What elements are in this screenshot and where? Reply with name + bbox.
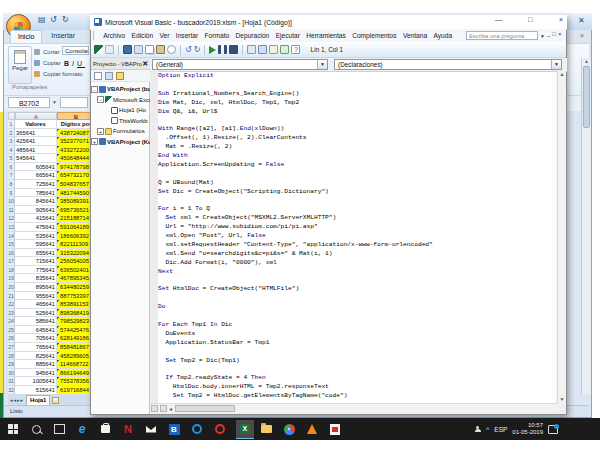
cell-valores[interactable]: 365641: [15, 129, 57, 138]
menu-ventana[interactable]: Ventana: [400, 32, 431, 39]
taskbar-mail-icon[interactable]: [144, 422, 158, 436]
row-number[interactable]: 7: [8, 171, 15, 180]
row-number[interactable]: 18: [8, 266, 15, 275]
taskbar-red-circle-app-icon[interactable]: [213, 422, 227, 436]
row-number[interactable]: 30: [8, 369, 15, 378]
clock[interactable]: 10:57 01-05-2019: [512, 422, 543, 436]
people-icon[interactable]: [474, 426, 481, 433]
cell-valores[interactable]: 835641: [15, 274, 57, 283]
break-icon[interactable]: [218, 45, 227, 54]
cell-valores[interactable]: 655641: [15, 249, 57, 258]
split-handle[interactable]: [160, 405, 167, 412]
project-explorer-close-icon[interactable]: ✕: [142, 60, 148, 68]
cell-valores[interactable]: 845641: [15, 197, 57, 206]
redo-icon[interactable]: ↻: [194, 45, 201, 54]
mdi-child-controls[interactable]: _□×: [547, 31, 563, 37]
row-number[interactable]: 2: [8, 129, 15, 138]
scroll-up-icon[interactable]: ▲: [582, 58, 591, 64]
row-number[interactable]: 9: [8, 189, 15, 198]
row-number[interactable]: 27: [8, 343, 15, 352]
row-number[interactable]: 20: [8, 283, 15, 292]
cell-valores[interactable]: 645641: [15, 326, 57, 335]
close-icon[interactable]: ×: [559, 16, 563, 23]
menu-complementos[interactable]: Complementos: [349, 32, 400, 39]
formula-bar[interactable]: [60, 97, 88, 108]
properties-window-icon[interactable]: [269, 45, 278, 54]
row-number[interactable]: 22: [8, 300, 15, 309]
cell-valores[interactable]: 545641: [15, 154, 57, 163]
menu-edicion[interactable]: Edición: [128, 32, 156, 39]
split-handle[interactable]: [151, 405, 158, 412]
save-icon[interactable]: [123, 45, 132, 54]
row-number[interactable]: 23: [8, 309, 15, 318]
view-object-icon[interactable]: [105, 72, 113, 80]
taskbar-excel-icon[interactable]: [236, 420, 254, 439]
cell-valores[interactable]: 955641: [15, 292, 57, 301]
notification-center-icon[interactable]: [548, 425, 558, 434]
object-combo[interactable]: (General) ▼: [152, 59, 328, 70]
row-number[interactable]: 16: [8, 249, 15, 258]
column-header-a[interactable]: A: [15, 112, 57, 120]
sheet-nav-icons[interactable]: ◂◂▸▸: [8, 397, 26, 403]
find-icon[interactable]: [167, 45, 176, 54]
expand-icon[interactable]: +: [91, 138, 98, 145]
taskbar-start-icon[interactable]: [6, 422, 20, 436]
cell-valores[interactable]: 465641: [15, 300, 57, 309]
taskbar-search-icon[interactable]: [29, 422, 43, 436]
tree-item-hoja1-ho[interactable]: Hoja1 (Ho: [91, 105, 150, 116]
project-explorer-icon[interactable]: [258, 45, 267, 54]
redo-icon[interactable]: ↻: [62, 15, 69, 24]
taskbar-chrome-icon[interactable]: [282, 422, 296, 436]
cut-button[interactable]: Cortar: [34, 47, 60, 57]
tree-item-vbaproject-bu[interactable]: -VBAProject (bu: [91, 84, 150, 95]
undo-icon[interactable]: ↺: [185, 45, 192, 54]
row-number[interactable]: 10: [8, 197, 15, 206]
row-number[interactable]: 26: [8, 334, 15, 343]
scroll-left-icon[interactable]: ◄: [168, 406, 173, 412]
row-number[interactable]: 11: [8, 206, 15, 215]
taskbar-task-view-icon[interactable]: [52, 422, 66, 436]
row-number[interactable]: 19: [8, 274, 15, 283]
procedure-combo[interactable]: (Declaraciones) ▼: [334, 59, 562, 70]
cell-valores[interactable]: 765641: [15, 343, 57, 352]
taskbar-b-app-icon[interactable]: B: [167, 422, 181, 436]
cell-valores[interactable]: 525641: [15, 309, 57, 318]
cell-valores[interactable]: 895641: [15, 283, 57, 292]
sheet-tab-hoja1[interactable]: Hoja1: [26, 395, 50, 405]
cut-icon[interactable]: [134, 45, 143, 54]
ribbon-tab-inicio[interactable]: Inicio: [10, 30, 42, 43]
tree-item-formularios[interactable]: +Formularios: [91, 126, 150, 137]
toggle-folders-icon[interactable]: [116, 72, 124, 80]
menu-ver[interactable]: Ver: [156, 32, 172, 39]
chevron-down-icon[interactable]: ▼: [317, 60, 327, 69]
scroll-thumb[interactable]: [583, 66, 590, 128]
cell-valores[interactable]: 885641: [15, 360, 57, 369]
menu-herramientas[interactable]: Herramientas: [303, 32, 349, 39]
tree-item-thisworkb[interactable]: ThisWorkb: [91, 116, 150, 127]
row-number[interactable]: 13: [8, 223, 15, 232]
collapse-icon[interactable]: -: [97, 96, 104, 103]
row-number[interactable]: 28: [8, 352, 15, 361]
font-name-select[interactable]: Consolas: [62, 46, 89, 55]
cell-valores[interactable]: 515641: [15, 386, 57, 395]
tree-item-microsoft-exce[interactable]: -Microsoft Exce: [91, 95, 150, 106]
cell-valores[interactable]: 485641: [15, 146, 57, 155]
run-icon[interactable]: [209, 46, 216, 54]
row-number[interactable]: 21: [8, 292, 15, 301]
font-style-buttons[interactable]: BIU: [64, 60, 85, 67]
excel-icon[interactable]: [94, 45, 103, 54]
menu-archivo[interactable]: Archivo: [100, 32, 128, 39]
cell-valores[interactable]: 425641: [15, 137, 57, 146]
help-icon[interactable]: ?: [291, 45, 300, 54]
row-number[interactable]: 4: [8, 146, 15, 155]
excel-vertical-scrollbar[interactable]: ▲: [581, 58, 591, 395]
minimize-icon[interactable]: —: [495, 16, 502, 23]
cell-valores[interactable]: 785641: [15, 189, 57, 198]
copy-format-button[interactable]: Copiar formato: [34, 69, 83, 79]
language-indicator[interactable]: ESP: [494, 426, 507, 433]
menu-ayuda[interactable]: Ayuda: [430, 32, 455, 39]
cell-valores[interactable]: 715641: [15, 257, 57, 266]
row-number[interactable]: 32: [8, 386, 15, 395]
chevron-up-icon[interactable]: ^: [486, 426, 489, 433]
row-number[interactable]: 29: [8, 360, 15, 369]
